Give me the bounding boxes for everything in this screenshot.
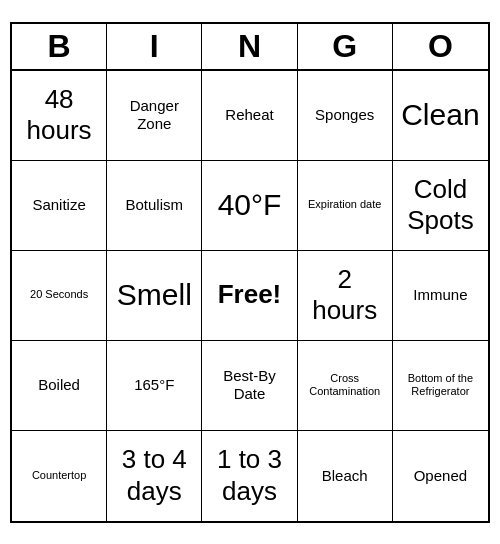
cell-1: Danger Zone <box>107 71 202 161</box>
cell-24: Opened <box>393 431 488 521</box>
cell-4: Clean <box>393 71 488 161</box>
cell-10: 20 Seconds <box>12 251 107 341</box>
cell-16: 165°F <box>107 341 202 431</box>
cell-12-free: Free! <box>202 251 297 341</box>
cell-17: Best-By Date <box>202 341 297 431</box>
cell-0: 48 hours <box>12 71 107 161</box>
bingo-grid: 48 hours Danger Zone Reheat Sponges Clea… <box>12 71 488 521</box>
header-o: O <box>393 24 488 69</box>
cell-18: Cross Contamination <box>298 341 393 431</box>
bingo-card: B I N G O 48 hours Danger Zone Reheat Sp… <box>10 22 490 523</box>
cell-23: Bleach <box>298 431 393 521</box>
header-n: N <box>202 24 297 69</box>
cell-14: Immune <box>393 251 488 341</box>
cell-21: 3 to 4 days <box>107 431 202 521</box>
cell-7: 40°F <box>202 161 297 251</box>
cell-8: Expiration date <box>298 161 393 251</box>
header-g: G <box>298 24 393 69</box>
cell-6: Botulism <box>107 161 202 251</box>
cell-13: 2 hours <box>298 251 393 341</box>
cell-11: Smell <box>107 251 202 341</box>
header-b: B <box>12 24 107 69</box>
cell-19: Bottom of the Refrigerator <box>393 341 488 431</box>
header-i: I <box>107 24 202 69</box>
cell-9: Cold Spots <box>393 161 488 251</box>
cell-2: Reheat <box>202 71 297 161</box>
cell-22: 1 to 3 days <box>202 431 297 521</box>
cell-3: Sponges <box>298 71 393 161</box>
bingo-header: B I N G O <box>12 24 488 71</box>
cell-15: Boiled <box>12 341 107 431</box>
cell-20: Countertop <box>12 431 107 521</box>
cell-5: Sanitize <box>12 161 107 251</box>
